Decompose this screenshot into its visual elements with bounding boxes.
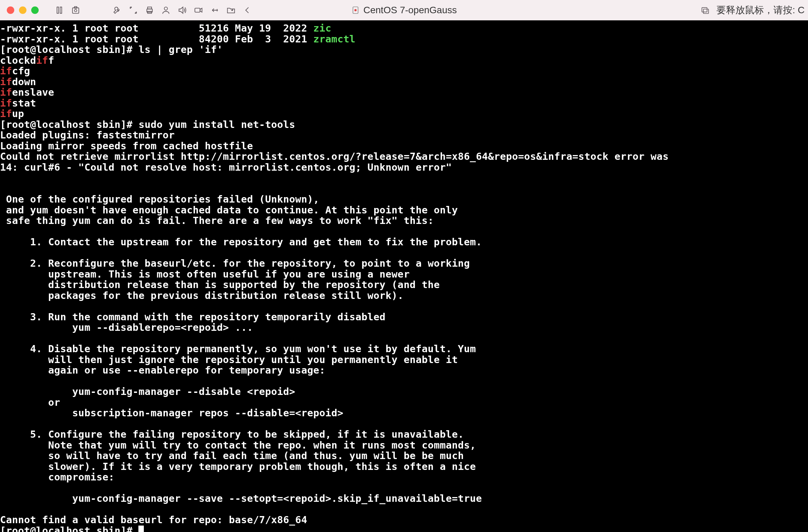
grep-result: ifup — [0, 108, 24, 120]
output-line: 1. Contact the upstream for the reposito… — [0, 236, 482, 248]
terminal[interactable]: -rwxr-xr-x. 1 root root 51216 May 19 202… — [0, 20, 808, 532]
output-line: again or use --enablerepo for temporary … — [0, 364, 325, 376]
output-line: packages for the previous distribution r… — [0, 290, 404, 301]
user-icon[interactable] — [160, 4, 172, 16]
grep-result: ifenslave — [0, 87, 54, 98]
cursor — [139, 526, 144, 532]
output-line: Note that yum will try to contact the re… — [0, 439, 476, 451]
ls-row: -rwxr-xr-x. 1 root root 84200 Feb 3 2021… — [0, 33, 355, 45]
back-icon[interactable] — [241, 4, 253, 16]
output-line: or — [0, 397, 60, 408]
output-line: 3. Run the command with the repository t… — [0, 311, 386, 323]
volume-icon[interactable] — [177, 4, 188, 16]
svg-rect-4 — [75, 6, 77, 8]
svg-point-8 — [164, 7, 167, 10]
output-line: 5. Configure the failing repository to b… — [0, 428, 464, 440]
output-line: subscription-manager repos --disable=<re… — [0, 407, 343, 419]
svg-rect-10 — [353, 7, 358, 14]
document-icon — [351, 6, 360, 15]
printer-icon[interactable] — [144, 4, 155, 16]
prompt-line: [root@localhost sbin]# sudo yum install … — [0, 119, 295, 130]
output-line: so will have to try and fail each time (… — [0, 450, 464, 461]
svg-rect-0 — [57, 7, 59, 13]
usb-icon[interactable] — [209, 4, 220, 16]
output-line: Loading mirror speeds from cached hostfi… — [0, 140, 253, 152]
output-line: 2. Reconfigure the baseurl/etc. for the … — [0, 258, 470, 269]
output-line: Could not retrieve mirrorlist http://mir… — [0, 151, 668, 162]
minimize-window-button[interactable] — [19, 6, 26, 14]
output-line: yum-config-manager --save --setopt=<repo… — [0, 493, 482, 504]
window-title-text: CentOS 7-openGauss — [363, 5, 457, 16]
video-icon[interactable] — [193, 4, 204, 16]
output-line: upstream. This is most often useful if y… — [0, 268, 410, 280]
prompt-line: [root@localhost sbin]# — [0, 525, 144, 532]
output-line: Cannot find a valid baseurl for repo: ba… — [0, 514, 307, 526]
svg-rect-2 — [73, 8, 79, 13]
svg-rect-12 — [702, 7, 707, 12]
output-line: 4. Disable the repository permanently, s… — [0, 343, 476, 354]
svg-point-11 — [354, 9, 357, 11]
resize-icon[interactable] — [128, 4, 139, 16]
windows-icon[interactable] — [701, 6, 710, 15]
output-line: 14: curl#6 - "Could not resolve host: mi… — [0, 162, 452, 173]
window-toolbar: CentOS 7-openGauss 要释放鼠标，请按: C — [0, 0, 808, 20]
output-line: yum-config-manager --disable <repoid> — [0, 386, 295, 397]
grep-result: ifcfg — [0, 65, 30, 77]
output-line: slower). If it is a very temporary probl… — [0, 461, 476, 472]
svg-rect-9 — [195, 8, 200, 12]
right-hint: 要释放鼠标，请按: C — [701, 4, 805, 17]
grep-result: clockdiff — [0, 55, 54, 66]
close-window-button[interactable] — [7, 6, 14, 14]
svg-rect-1 — [60, 7, 62, 13]
grep-result: ifstat — [0, 97, 36, 109]
output-line: One of the configured repositories faile… — [0, 194, 319, 205]
output-line: safe thing yum can do is fail. There are… — [0, 215, 434, 226]
wrench-icon[interactable] — [111, 4, 123, 16]
svg-point-3 — [75, 9, 77, 12]
mouse-release-hint: 要释放鼠标，请按: C — [716, 4, 805, 17]
output-line: and yum doesn't have enough cached data … — [0, 204, 458, 216]
output-line: will then just ignore the repository unt… — [0, 354, 458, 365]
grep-result: ifdown — [0, 76, 36, 88]
svg-rect-6 — [148, 7, 152, 9]
output-line: yum --disablerepo=<repoid> ... — [0, 322, 253, 333]
folder-share-icon[interactable] — [225, 4, 237, 16]
snapshot-icon[interactable] — [70, 4, 81, 16]
output-line: compromise: — [0, 471, 114, 483]
zoom-window-button[interactable] — [31, 6, 39, 14]
prompt-line: [root@localhost sbin]# ls | grep 'if' — [0, 44, 223, 55]
ls-row: -rwxr-xr-x. 1 root root 51216 May 19 202… — [0, 22, 331, 34]
pause-icon[interactable] — [54, 4, 65, 16]
output-line: distribution release than is supported b… — [0, 279, 440, 290]
traffic-lights — [7, 6, 39, 14]
svg-rect-13 — [703, 9, 709, 13]
output-line: Loaded plugins: fastestmirror — [0, 129, 175, 141]
